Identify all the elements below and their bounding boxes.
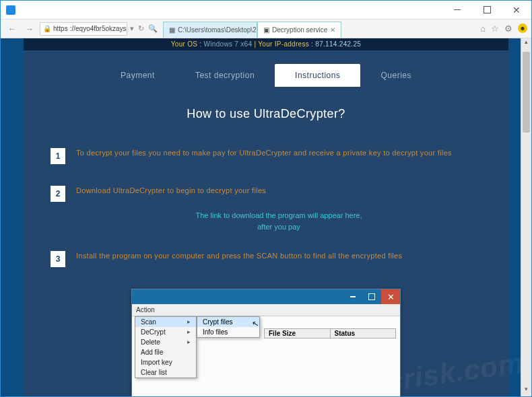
app-minimize-button[interactable] bbox=[343, 289, 362, 304]
window-maximize-button[interactable] bbox=[472, 1, 502, 20]
ip-label: Your IP-address : bbox=[258, 40, 313, 48]
url-scheme: https bbox=[53, 25, 68, 32]
tab-instructions[interactable]: Instructions bbox=[275, 64, 360, 87]
scroll-thumb[interactable] bbox=[523, 52, 530, 133]
vertical-scrollbar[interactable]: ▴ ▾ bbox=[521, 38, 531, 396]
page-panel: Your OS : Windows 7 x64 | Your IP-addres… bbox=[24, 38, 508, 396]
browser-tabs: ▦ C:\Users\tomas\Desktop\2016-... ▣ Decr… bbox=[163, 20, 477, 38]
tab-test-decryption[interactable]: Test decryption bbox=[175, 64, 275, 87]
search-button[interactable]: 🔍 bbox=[148, 24, 158, 33]
menu-item-clear-list[interactable]: Clear list bbox=[135, 367, 196, 377]
settings-icon[interactable]: ⚙ bbox=[504, 24, 512, 34]
dropdown-icon[interactable]: ▾ bbox=[130, 24, 134, 33]
chevron-right-icon: ▸ bbox=[187, 338, 191, 346]
column-status[interactable]: Status bbox=[331, 329, 396, 338]
refresh-button[interactable]: ↻ bbox=[138, 24, 144, 33]
submenu-crypt-files[interactable]: Crypt files bbox=[197, 317, 259, 327]
url-text: ://eqyo4fbr5okzaysm.o... bbox=[70, 25, 127, 32]
tab-favicon: ▣ bbox=[263, 26, 269, 34]
window-minimize-button[interactable] bbox=[442, 1, 472, 20]
action-dropdown: Scan▸ DeCrypt▸ Delete▸ Add file Import k… bbox=[135, 316, 197, 378]
os-label: Your OS : bbox=[171, 40, 202, 48]
scroll-up-icon[interactable]: ▴ bbox=[521, 38, 531, 49]
download-link-note: The link to download the program will ap… bbox=[76, 210, 481, 232]
page-title: How to use UltraDeCrypter? bbox=[51, 107, 481, 121]
tab-item[interactable]: ▦ C:\Users\tomas\Desktop\2016-... bbox=[163, 22, 257, 38]
app-titlebar: ✕ bbox=[132, 289, 400, 304]
app-menubar[interactable]: Action bbox=[132, 304, 400, 316]
step-text: Download UltraDeCrypter to begin to decr… bbox=[76, 186, 266, 196]
home-icon[interactable]: ⌂ bbox=[480, 24, 486, 34]
step-number: 1 bbox=[51, 148, 65, 164]
tab-title: C:\Users\tomas\Desktop\2016-... bbox=[178, 26, 257, 34]
page-nav: Payment Test decryption Instructions Que… bbox=[24, 64, 508, 87]
app-maximize-button[interactable] bbox=[362, 289, 381, 304]
ip-value: 87.114.242.25 bbox=[315, 40, 361, 48]
os-value: Windows 7 x64 bbox=[204, 40, 253, 48]
page-viewport: Your OS : Windows 7 x64 | Your IP-addres… bbox=[1, 38, 531, 396]
app-close-button[interactable]: ✕ bbox=[381, 289, 400, 304]
tab-queries[interactable]: Queries bbox=[360, 64, 432, 87]
tab-close-icon[interactable]: ✕ bbox=[330, 26, 335, 34]
address-bar[interactable]: 🔒 https://eqyo4fbr5okzaysm.o... bbox=[40, 22, 127, 36]
step-number: 2 bbox=[51, 186, 65, 202]
menu-item-scan[interactable]: Scan▸ bbox=[135, 317, 196, 327]
window-titlebar: ✕ bbox=[1, 1, 531, 20]
embedded-app-window: ✕ Action Scan▸ DeCrypt▸ Delete▸ Add file… bbox=[131, 289, 401, 396]
step-text: Install the program on your computer and… bbox=[76, 251, 402, 261]
tab-payment[interactable]: Payment bbox=[100, 64, 175, 87]
column-file-size[interactable]: File Size bbox=[265, 329, 331, 338]
step-row: 2 Download UltraDeCrypter to begin to de… bbox=[51, 186, 481, 202]
chevron-right-icon: ▸ bbox=[187, 328, 191, 336]
step-text: To decrypt your files you need to make p… bbox=[76, 148, 452, 158]
forward-button[interactable]: → bbox=[22, 22, 37, 36]
info-strip: Your OS : Windows 7 x64 | Your IP-addres… bbox=[24, 38, 508, 50]
feedback-icon[interactable]: ☻ bbox=[518, 24, 527, 33]
tab-title: Decryption service bbox=[272, 26, 327, 34]
app-body: Scan▸ DeCrypt▸ Delete▸ Add file Import k… bbox=[132, 316, 400, 396]
menu-item-add-file[interactable]: Add file bbox=[135, 347, 196, 357]
scroll-down-icon[interactable]: ▾ bbox=[521, 386, 531, 396]
tab-favicon: ▦ bbox=[169, 26, 175, 34]
menu-item-import-key[interactable]: Import key bbox=[135, 357, 196, 367]
browser-app-icon bbox=[6, 5, 15, 15]
tab-item[interactable]: ▣ Decryption service ✕ bbox=[257, 22, 341, 38]
step-row: 3 Install the program on your computer a… bbox=[51, 251, 481, 267]
window-close-button[interactable]: ✕ bbox=[502, 1, 531, 20]
menu-item-decrypt[interactable]: DeCrypt▸ bbox=[135, 327, 196, 337]
table-header: File Size Status bbox=[264, 328, 396, 338]
lock-icon: 🔒 bbox=[43, 25, 51, 32]
chevron-right-icon: ▸ bbox=[187, 318, 191, 326]
menu-item-delete[interactable]: Delete▸ bbox=[135, 337, 196, 347]
browser-toolbar: ← → 🔒 https://eqyo4fbr5okzaysm.o... ▾ ↻ … bbox=[1, 20, 531, 38]
submenu-info-files[interactable]: Info files bbox=[197, 327, 259, 337]
back-button[interactable]: ← bbox=[5, 22, 20, 36]
step-row: 1 To decrypt your files you need to make… bbox=[51, 148, 481, 164]
step-number: 3 bbox=[51, 251, 65, 267]
favorites-icon[interactable]: ☆ bbox=[491, 24, 499, 34]
